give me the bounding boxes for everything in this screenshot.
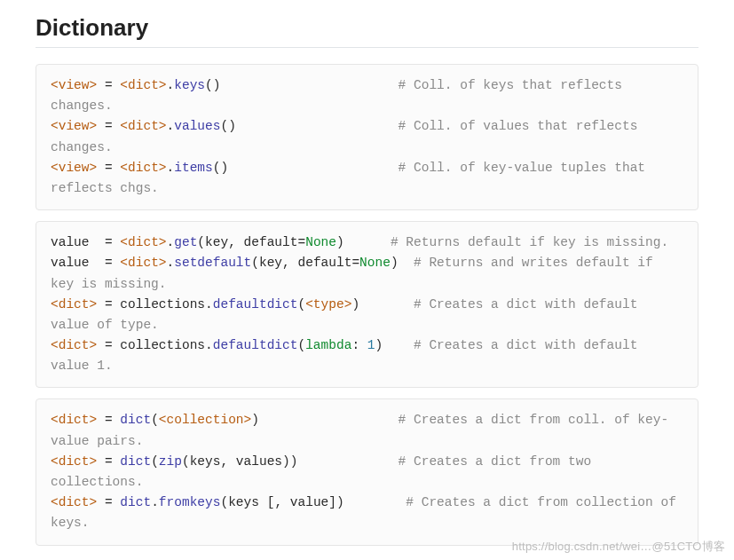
code-token: value = xyxy=(51,235,120,249)
code-token: <type> xyxy=(305,297,351,312)
code-token: = xyxy=(97,78,120,92)
code-token: <dict> xyxy=(120,161,166,175)
code-token: ( xyxy=(151,454,159,469)
code-token: = collections. xyxy=(97,297,213,312)
code-token: keys xyxy=(174,78,205,92)
code-token: ( xyxy=(297,297,305,312)
code-token: defaultdict xyxy=(213,297,298,312)
code-token: <view> xyxy=(51,119,97,133)
code-token: ) xyxy=(391,256,414,270)
code-token: <dict> xyxy=(120,119,166,133)
code-token: . xyxy=(167,256,175,270)
code-token: <dict> xyxy=(51,495,97,509)
code-token: setdefault xyxy=(174,256,251,270)
code-token: (key, default= xyxy=(197,235,305,249)
code-token: (key, default= xyxy=(251,256,359,270)
code-token: dict xyxy=(120,454,151,469)
code-token: (keys, values)) xyxy=(182,454,399,469)
code-token: 1 xyxy=(367,338,375,352)
code-comment: # Returns default if key is missing. xyxy=(391,235,668,249)
code-token: <dict> xyxy=(120,235,166,249)
code-token: . xyxy=(167,161,175,175)
code-token: values xyxy=(174,119,220,133)
code-token: <dict> xyxy=(51,338,97,352)
code-token: <dict> xyxy=(51,297,97,312)
code-token: ) xyxy=(251,413,398,427)
code-token: <dict> xyxy=(120,78,166,92)
code-token: None xyxy=(305,235,336,249)
code-token: None xyxy=(359,256,391,270)
code-token: ( xyxy=(297,338,305,352)
code-token: zip xyxy=(159,454,182,469)
code-token: ) xyxy=(375,338,414,352)
code-token: <dict> xyxy=(51,454,97,469)
code-token: value = xyxy=(51,256,120,270)
code-token: defaultdict xyxy=(213,338,298,352)
code-block: <view> = <dict>.keys() # Coll. of keys t… xyxy=(36,64,698,210)
code-token: items xyxy=(174,161,213,175)
code-token: . xyxy=(167,78,175,92)
code-token: = xyxy=(97,413,120,427)
code-token: get xyxy=(174,235,197,249)
code-token: = xyxy=(97,119,120,133)
code-token: <dict> xyxy=(51,413,97,427)
code-token: . xyxy=(167,235,175,249)
code-token: () xyxy=(205,78,399,92)
code-token: . xyxy=(151,495,159,509)
code-token: <dict> xyxy=(120,256,166,270)
code-token: fromkeys xyxy=(159,495,221,509)
code-token: () xyxy=(213,161,399,175)
section-title: Dictionary xyxy=(36,14,698,48)
code-token: <collection> xyxy=(159,413,251,427)
code-token: () xyxy=(220,119,398,133)
code-token: <view> xyxy=(51,78,97,92)
code-token: ( xyxy=(151,413,159,427)
code-token: ) xyxy=(351,297,414,312)
code-token: = xyxy=(97,495,120,509)
code-token: <view> xyxy=(51,161,97,175)
code-token: ) xyxy=(336,235,391,249)
code-token: = xyxy=(97,161,120,175)
code-token: dict xyxy=(120,413,151,427)
code-token: (keys [, value]) xyxy=(220,495,406,509)
code-token: : xyxy=(351,338,367,352)
code-token: . xyxy=(167,119,175,133)
code-block: <dict> = dict(<collection>) # Creates a … xyxy=(36,398,698,545)
code-token: dict xyxy=(120,495,151,509)
code-token: = collections. xyxy=(97,338,213,352)
code-token: lambda xyxy=(305,338,351,352)
code-section: <view> = <dict>.keys() # Coll. of keys t… xyxy=(36,64,698,546)
code-token: = xyxy=(97,454,120,469)
code-block: value = <dict>.get(key, default=None) # … xyxy=(36,221,698,388)
